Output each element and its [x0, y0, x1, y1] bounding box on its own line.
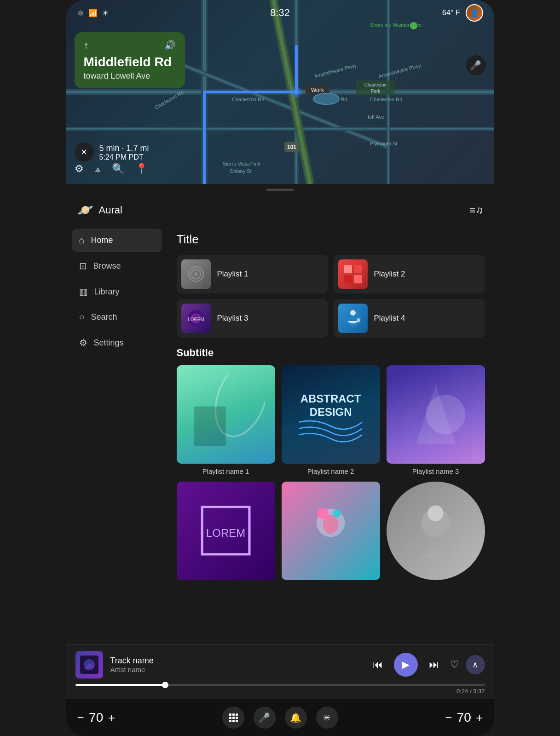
vol-right-minus[interactable]: − [445, 711, 452, 725]
playlist-card-name-2: Playlist 2 [374, 270, 405, 279]
sidebar-item-label: Home [91, 236, 113, 245]
svg-point-62 [427, 506, 443, 521]
status-bar: ⚛ 📶 ☀ 8:32 64° F 👤 [66, 0, 494, 26]
svg-text:Charleston Rd: Charleston Rd [315, 97, 347, 102]
avatar[interactable]: 👤 [466, 4, 483, 22]
svg-rect-50 [194, 407, 225, 446]
home-subtitle: Subtitle [177, 347, 485, 359]
playlist-item-5[interactable] [282, 482, 380, 584]
svg-text:Colony St: Colony St [230, 168, 252, 174]
playlist-card-2[interactable]: Playlist 2 [334, 255, 485, 293]
bell-button[interactable]: 🔔 [285, 707, 307, 729]
svg-point-15 [294, 89, 299, 95]
next-button[interactable]: ⏭ [424, 655, 444, 674]
expand-button[interactable]: ∧ [466, 655, 485, 674]
queue-icon[interactable]: ≡♫ [469, 204, 483, 216]
playlist-thumb-3: LOREM [181, 304, 211, 333]
svg-rect-73 [236, 720, 238, 722]
svg-rect-41 [344, 275, 352, 283]
sidebar-item-library[interactable]: ▥ Library [72, 280, 162, 304]
playlist-item-name-1: Playlist name 1 [177, 467, 275, 475]
playlist-cover-5 [282, 482, 380, 580]
svg-point-60 [333, 510, 341, 518]
mic-button[interactable]: 🎤 [466, 55, 486, 75]
sidebar-item-browse[interactable]: ⊡ Browse [72, 254, 162, 278]
volume-right-ctrl: − 70 + [445, 710, 483, 725]
playlist-item-6[interactable] [387, 482, 485, 584]
svg-point-59 [317, 508, 328, 519]
now-playing: Track name Artist name ⏮ ▶ ⏭ ♡ ∧ 0:24 / … [66, 644, 494, 699]
bluetooth-icon: ⚛ [77, 9, 84, 17]
route-icon[interactable]: ⟁ [95, 163, 101, 175]
vol-right-plus[interactable]: + [476, 711, 483, 725]
app-header: 🪐 Aural ≡♫ [66, 195, 494, 225]
pin-icon[interactable]: 📍 [135, 163, 148, 175]
playlist-card-name-3: Playlist 3 [217, 314, 248, 323]
player-controls: ⏮ ▶ ⏭ ♡ ∧ [368, 653, 485, 677]
vol-left-value: 70 [88, 710, 104, 725]
playlist-cover-4: LOREM [177, 482, 275, 580]
playlist-card-1[interactable]: Playlist 1 [177, 255, 328, 293]
playlist-cover-2: ABSTRACT DESIGN [282, 365, 380, 464]
map-section: Work Amphitheatre Pkwy Amphitheatre Pkwy… [66, 0, 494, 184]
svg-text:101: 101 [287, 144, 296, 150]
volume-left-ctrl: − 70 + [77, 710, 115, 725]
brightness-icon: ☀ [102, 9, 109, 17]
playlist-item-name-2: Playlist name 2 [282, 467, 380, 475]
vol-left-plus[interactable]: + [108, 711, 115, 725]
fan-button[interactable]: ✳ [316, 707, 338, 729]
playlist-cover-3 [387, 365, 485, 464]
phone-frame: Work Amphitheatre Pkwy Amphitheatre Pkwy… [66, 0, 494, 736]
mic-button-bottom[interactable]: 🎤 [254, 707, 276, 729]
content-area: Title Playlist 1 [167, 225, 494, 644]
svg-rect-31 [356, 80, 395, 95]
playlist-thumb-2 [338, 259, 368, 289]
progress-bar[interactable] [75, 684, 485, 686]
app-name: Aural [99, 204, 122, 216]
bottom-icons: 🎤 🔔 ✳ [222, 707, 338, 729]
svg-text:Charleston: Charleston [364, 82, 386, 87]
nav-toward: toward Lowell Ave [84, 71, 176, 81]
sidebar-item-label: Library [94, 287, 120, 297]
drag-handle[interactable] [66, 184, 494, 195]
grid-button[interactable] [222, 707, 244, 729]
playlist-item-2[interactable]: ABSTRACT DESIGN Playlist name 2 [282, 365, 380, 475]
sidebar-item-settings[interactable]: ⚙ Settings [72, 331, 162, 355]
like-button[interactable]: ♡ [450, 659, 459, 671]
home-icon: ⌂ [79, 235, 85, 246]
playlist-card-4[interactable]: Playlist 4 [334, 299, 485, 338]
svg-text:Charleston Rd: Charleston Rd [370, 97, 402, 102]
sidebar-item-search[interactable]: ○ Search [72, 305, 162, 329]
playlist-thumb-1 [181, 259, 211, 289]
artist-name: Artist name [110, 666, 361, 673]
signal-icon: 📶 [88, 9, 98, 17]
playlist-item-1[interactable]: Playlist name 1 [177, 365, 275, 475]
playlist-grid-3col: Playlist name 1 ABSTRACT DESIGN [177, 365, 485, 584]
playlist-thumb-4 [338, 304, 368, 333]
sidebar-item-label: Search [91, 312, 117, 322]
playlist-item-4[interactable]: LOREM [177, 482, 275, 584]
svg-point-47 [350, 310, 356, 316]
vol-right-value: 70 [456, 710, 472, 725]
play-button[interactable]: ▶ [394, 653, 418, 677]
svg-rect-65 [229, 713, 231, 716]
nav-arrival: 5:24 PM PDT [99, 153, 149, 161]
svg-rect-68 [229, 717, 231, 719]
svg-rect-16 [306, 85, 329, 95]
prev-button[interactable]: ⏮ [368, 655, 387, 674]
search-map-icon[interactable]: 🔍 [112, 163, 124, 175]
svg-text:Park: Park [370, 89, 381, 94]
vol-left-minus[interactable]: − [77, 711, 84, 725]
nav-card: ↑ 🔊 Middlefield Rd toward Lowell Ave [75, 32, 185, 88]
playlist-item-3[interactable]: Playlist name 3 [387, 365, 485, 475]
playlist-card-3[interactable]: LOREM Playlist 3 [177, 299, 328, 338]
sidebar-item-home[interactable]: ⌂ Home [72, 229, 162, 252]
progress-thumb [162, 682, 168, 688]
settings-map-icon[interactable]: ⚙ [75, 163, 84, 175]
svg-point-35 [313, 93, 339, 104]
playlist-cover-1 [177, 365, 275, 464]
close-nav-button[interactable]: ✕ [75, 143, 94, 162]
svg-text:LOREM: LOREM [188, 317, 204, 322]
svg-rect-72 [232, 720, 235, 722]
library-icon: ▥ [79, 286, 88, 297]
